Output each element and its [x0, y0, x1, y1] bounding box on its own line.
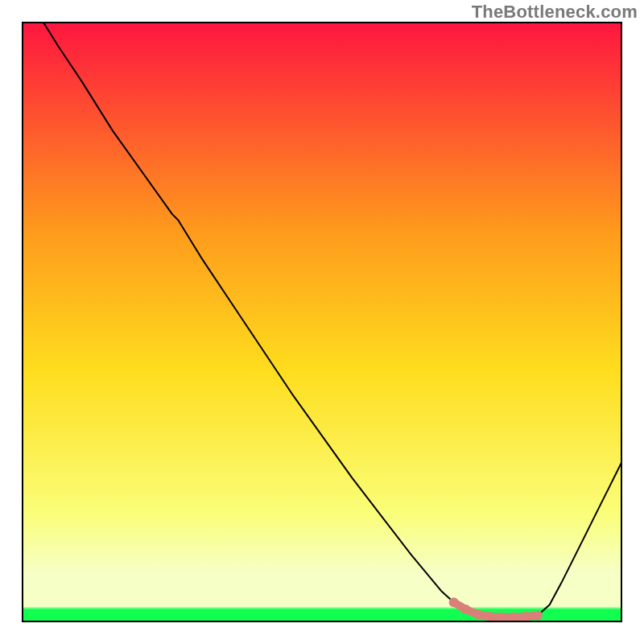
marker-dot	[521, 612, 530, 621]
watermark-text: TheBottleneck.com	[472, 2, 638, 23]
marker-dot	[461, 605, 471, 614]
marker-dot	[533, 611, 543, 621]
bottleneck-chart	[0, 0, 644, 644]
marker-dot	[473, 609, 482, 619]
marker-dot	[485, 612, 494, 621]
chart-container: TheBottleneck.com	[0, 0, 644, 644]
marker-dot	[449, 597, 459, 607]
plot-background	[23, 23, 621, 621]
